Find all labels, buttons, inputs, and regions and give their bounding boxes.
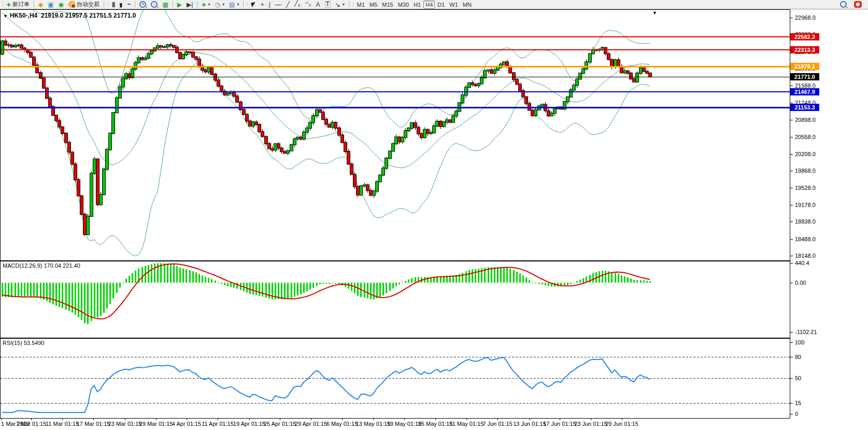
price-line-label: 21153.3	[790, 104, 819, 111]
cursor-button[interactable]: ◤	[249, 1, 258, 9]
separator	[104, 1, 104, 8]
periods-button[interactable]: ◷▾	[213, 1, 227, 9]
price-tick-label: 20208.0	[795, 150, 816, 158]
date-label: 19 May 01:15	[387, 421, 422, 427]
price-tick-label: 18488.0	[795, 235, 816, 243]
timeframe-m1[interactable]: M1	[355, 1, 367, 9]
signals-icon: ◉	[59, 1, 64, 8]
price-tick-label: 18838.0	[795, 218, 816, 225]
separator	[197, 1, 197, 8]
timeframe-h4[interactable]: H4	[423, 1, 435, 9]
market-watch-icon: ◆	[38, 1, 43, 8]
price-tick-label: 20898.0	[795, 116, 816, 123]
price-tick-label: 18148.0	[795, 252, 816, 259]
new-order-plus-icon: +	[7, 1, 11, 8]
bar-chart-button[interactable]: |||	[110, 1, 117, 9]
autotrading-button[interactable]: 自动交易	[66, 1, 102, 9]
terminal-window: ┊ + 新订单 ◆ ▣ ◉ 自动交易 ┊ ||| ▮ ~ + - ▦ ▶ ▶| …	[0, 0, 868, 430]
chart-window-button[interactable]: ▣	[46, 1, 55, 9]
trendline-button[interactable]: ╱	[284, 1, 292, 9]
trendline-icon: ╱	[286, 1, 290, 8]
line-chart-button[interactable]: ~	[125, 1, 133, 9]
price-tick-label: 19528.0	[795, 184, 816, 191]
zoom-in-button[interactable]: +	[137, 1, 148, 9]
macd-tick-label: 0.00	[795, 279, 806, 286]
crosshair-button[interactable]: +	[259, 1, 266, 9]
timeframe-m5[interactable]: M5	[367, 1, 379, 9]
date-label: 29 Apr 01:15	[295, 421, 327, 427]
indicators-button[interactable]: +▾	[200, 1, 212, 9]
axis-tick	[790, 86, 793, 86]
timeframe-d1[interactable]: D1	[435, 1, 447, 9]
axis-tick	[790, 154, 793, 155]
date-label: 25 Apr 01:15	[264, 421, 296, 427]
separator	[34, 1, 34, 8]
market-watch-button[interactable]: ◆	[36, 1, 45, 9]
symbol-dropdown-icon[interactable]: ▼	[3, 13, 8, 19]
separator	[243, 1, 244, 8]
vertical-line-button[interactable]: |	[267, 1, 273, 9]
price-line-label: 21467.9	[790, 88, 819, 95]
date-tick	[93, 419, 94, 420]
date-tick	[530, 419, 530, 420]
fibonacci-button[interactable]: ┄F	[303, 1, 314, 9]
axis-tick	[790, 263, 793, 263]
channel-button[interactable]: ╱E	[292, 1, 303, 9]
toolbar-grip: ┊	[352, 2, 354, 7]
rsi-panel: RSI(15) 53.5490	[0, 338, 790, 419]
toolbar-grip: ┊	[107, 2, 109, 7]
date-label: 13 Jun 01:15	[513, 421, 546, 427]
axis-tick	[790, 120, 793, 120]
template-icon: ▤	[229, 1, 235, 8]
date-label: 7 Jun 01:15	[482, 421, 513, 427]
cursor-icon: ◤	[251, 1, 257, 8]
date-label: 25 May 01:15	[418, 421, 453, 427]
text-label-button[interactable]: T	[323, 1, 333, 9]
timeframe-h1[interactable]: H1	[411, 1, 423, 9]
signals-button[interactable]: ◉	[56, 1, 66, 9]
search-button[interactable]	[838, 1, 849, 9]
rsi-tick-label: 100	[795, 339, 804, 346]
chart-shift-marker[interactable]: ▼	[652, 10, 657, 16]
chevron-down-icon: ▾	[208, 2, 210, 7]
rsi-tick-label: 50	[795, 374, 801, 382]
date-label: 11 Apr 01:15	[202, 421, 234, 427]
timeframe-m15[interactable]: M15	[380, 1, 395, 9]
macd-tick-label: 440.4	[795, 259, 809, 267]
separator	[135, 1, 135, 8]
auto-scroll-button[interactable]: ▶	[175, 1, 184, 9]
chart-shift-button[interactable]: ▶|	[184, 1, 195, 9]
text-button[interactable]: A	[314, 1, 322, 9]
candlestick-chart-button[interactable]: ▮	[117, 1, 124, 9]
date-label: 4 Apr 01:15	[172, 421, 201, 427]
new-order-button[interactable]: + 新订单	[5, 1, 32, 9]
notifications-button[interactable]	[852, 1, 864, 9]
zoom-out-button[interactable]: -	[149, 1, 160, 9]
timeframe-w1[interactable]: W1	[447, 1, 460, 9]
arrows-button[interactable]: ↘▾	[333, 1, 347, 9]
date-tick	[404, 419, 405, 420]
rsi-tick-label: 15	[795, 399, 801, 407]
price-axis[interactable]: 22968.022628.022278.021938.021588.021248…	[790, 9, 868, 430]
horizontal-line-button[interactable]: —	[273, 1, 283, 9]
main-chart-canvas[interactable]	[1, 10, 790, 260]
chart-shift-icon: ▶|	[187, 1, 193, 8]
price-tick-label: 20558.0	[795, 133, 816, 141]
clock-icon: ◷	[215, 1, 220, 8]
date-tick	[591, 419, 591, 420]
templates-button[interactable]: ▤▾	[227, 1, 241, 9]
macd-canvas[interactable]	[1, 261, 790, 338]
axis-tick	[790, 221, 793, 222]
bar-chart-icon: |||	[112, 1, 115, 8]
arrow-icon: ↘	[335, 1, 340, 8]
chevron-down-icon: ▾	[343, 2, 345, 7]
timeframe-mn[interactable]: MN	[461, 1, 474, 9]
date-axis[interactable]: 1 Mar 20227 Mar 01:1511 Mar 01:1517 Mar …	[0, 419, 790, 430]
tile-windows-button[interactable]: ▦	[160, 1, 170, 9]
timeframe-m30[interactable]: M30	[396, 1, 411, 9]
rsi-canvas[interactable]	[1, 339, 790, 418]
price-line-label: 22313.3	[790, 46, 819, 53]
date-tick	[560, 419, 560, 420]
zoom-in-icon: +	[139, 1, 146, 8]
crosshair-icon: +	[261, 1, 264, 8]
